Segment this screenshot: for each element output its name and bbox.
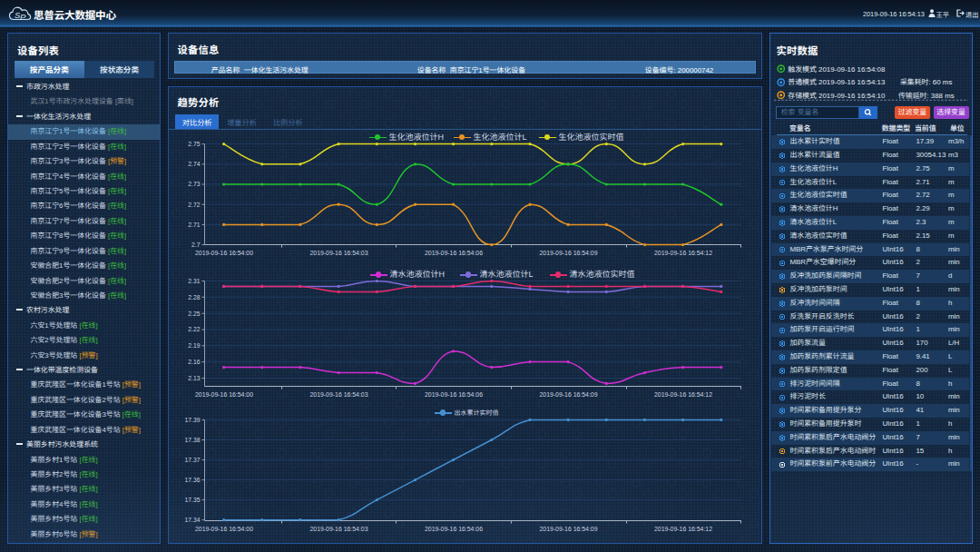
svg-text:17.39: 17.39 <box>185 417 201 423</box>
svg-text:2019-09-16 16:54:00: 2019-09-16 16:54:00 <box>195 391 253 398</box>
svg-text:2019-09-16 16:54:12: 2019-09-16 16:54:12 <box>654 391 712 398</box>
svg-text:2019-09-16 16:54:00: 2019-09-16 16:54:00 <box>195 526 253 532</box>
svg-text:2.28: 2.28 <box>188 294 200 301</box>
svg-text:2.25: 2.25 <box>188 310 200 317</box>
svg-text:2019-09-16 16:54:12: 2019-09-16 16:54:12 <box>654 526 712 532</box>
svg-text:2.19: 2.19 <box>188 342 200 349</box>
svg-text:17.38: 17.38 <box>185 437 201 443</box>
svg-text:17.36: 17.36 <box>185 477 201 483</box>
svg-text:2019-09-16 16:54:06: 2019-09-16 16:54:06 <box>425 526 483 532</box>
svg-text:2.74: 2.74 <box>188 161 200 167</box>
svg-text:2019-09-16 16:54:09: 2019-09-16 16:54:09 <box>540 250 598 256</box>
svg-text:2.75: 2.75 <box>188 141 200 147</box>
svg-text:2.71: 2.71 <box>188 222 200 228</box>
svg-text:2.7: 2.7 <box>191 242 201 248</box>
svg-text:2019-09-16 16:54:12: 2019-09-16 16:54:12 <box>654 250 712 256</box>
svg-text:2019-09-16 16:54:03: 2019-09-16 16:54:03 <box>310 526 368 532</box>
svg-text:2019-09-16 16:54:03: 2019-09-16 16:54:03 <box>310 391 368 398</box>
svg-text:2.73: 2.73 <box>188 181 200 187</box>
svg-text:2.22: 2.22 <box>188 326 200 332</box>
svg-text:2.31: 2.31 <box>188 278 200 284</box>
svg-text:2019-09-16 16:54:09: 2019-09-16 16:54:09 <box>540 526 598 532</box>
svg-text:2.72: 2.72 <box>188 202 200 208</box>
svg-text:2.13: 2.13 <box>188 375 200 381</box>
svg-text:17.34: 17.34 <box>185 517 201 523</box>
svg-text:17.37: 17.37 <box>185 457 201 463</box>
svg-text:2019-09-16 16:54:09: 2019-09-16 16:54:09 <box>540 391 598 398</box>
svg-text:2019-09-16 16:54:06: 2019-09-16 16:54:06 <box>425 250 483 256</box>
svg-text:2.16: 2.16 <box>188 359 200 365</box>
svg-text:17.35: 17.35 <box>185 497 201 503</box>
svg-text:2019-09-16 16:54:00: 2019-09-16 16:54:00 <box>195 250 253 256</box>
svg-text:2019-09-16 16:54:06: 2019-09-16 16:54:06 <box>425 391 483 398</box>
svg-text:2019-09-16 16:54:03: 2019-09-16 16:54:03 <box>310 250 368 256</box>
